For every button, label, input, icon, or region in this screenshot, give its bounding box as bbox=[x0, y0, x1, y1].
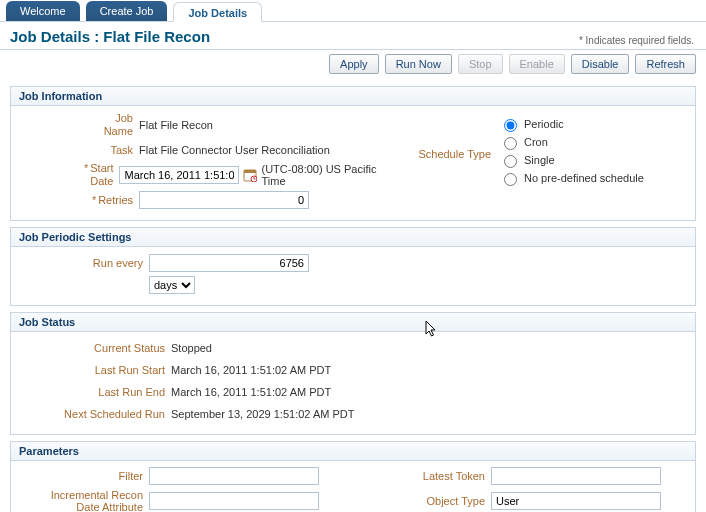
label-latest-token: Latest Token bbox=[361, 470, 491, 482]
tab-create-job[interactable]: Create Job bbox=[86, 1, 168, 21]
label-object-type: Object Type bbox=[361, 495, 491, 507]
disable-button[interactable]: Disable bbox=[571, 54, 630, 74]
tab-welcome[interactable]: Welcome bbox=[6, 1, 80, 21]
latest-token-input[interactable] bbox=[491, 467, 661, 485]
enable-button: Enable bbox=[509, 54, 565, 74]
section-periodic: Job Periodic Settings bbox=[10, 227, 696, 246]
apply-button[interactable]: Apply bbox=[329, 54, 379, 74]
label-next-scheduled-run: Next Scheduled Run bbox=[19, 408, 171, 421]
object-type-input[interactable] bbox=[491, 492, 661, 510]
calendar-icon[interactable] bbox=[243, 167, 257, 183]
label-last-run-end: Last Run End bbox=[19, 386, 171, 399]
value-timezone: (UTC-08:00) US Pacific Time bbox=[261, 163, 379, 187]
radio-cron[interactable] bbox=[504, 137, 517, 150]
toolbar: * Indicates required fields. Apply Run N… bbox=[0, 50, 706, 80]
value-job-name: Flat File Recon bbox=[139, 119, 213, 131]
filter-input[interactable] bbox=[149, 467, 319, 485]
radio-cron-label: Cron bbox=[524, 136, 548, 148]
value-current-status: Stopped bbox=[171, 342, 212, 354]
svg-rect-1 bbox=[244, 170, 256, 173]
required-note: * Indicates required fields. bbox=[579, 35, 694, 46]
section-parameters: Parameters bbox=[10, 441, 696, 460]
retries-input[interactable] bbox=[139, 191, 309, 209]
run-every-unit-select[interactable]: days bbox=[149, 276, 195, 294]
label-start-date: *Start Date bbox=[19, 162, 119, 188]
label-schedule-type: Schedule Type bbox=[389, 148, 499, 160]
run-every-input[interactable] bbox=[149, 254, 309, 272]
incremental-recon-input[interactable] bbox=[149, 492, 319, 510]
run-now-button[interactable]: Run Now bbox=[385, 54, 452, 74]
radio-none[interactable] bbox=[504, 173, 517, 186]
radio-none-label: No pre-defined schedule bbox=[524, 172, 644, 184]
label-job-name: Job Name bbox=[19, 112, 139, 138]
label-run-every: Run every bbox=[19, 257, 149, 270]
section-status: Job Status bbox=[10, 312, 696, 331]
value-task: Flat File Connector User Reconciliation bbox=[139, 144, 330, 156]
stop-button: Stop bbox=[458, 54, 503, 74]
radio-periodic-label: Periodic bbox=[524, 118, 564, 130]
value-last-run-start: March 16, 2011 1:51:02 AM PDT bbox=[171, 364, 331, 376]
value-last-run-end: March 16, 2011 1:51:02 AM PDT bbox=[171, 386, 331, 398]
label-task: Task bbox=[19, 144, 139, 157]
value-next-scheduled-run: September 13, 2029 1:51:02 AM PDT bbox=[171, 408, 354, 420]
label-last-run-start: Last Run Start bbox=[19, 364, 171, 377]
radio-single-label: Single bbox=[524, 154, 555, 166]
section-job-information: Job Information bbox=[10, 86, 696, 105]
label-filter: Filter bbox=[19, 470, 149, 482]
label-current-status: Current Status bbox=[19, 342, 171, 355]
start-date-input[interactable] bbox=[119, 166, 239, 184]
tab-bar: Welcome Create Job Job Details bbox=[0, 0, 706, 22]
schedule-type-group: Periodic Cron Single No pre-defined bbox=[499, 116, 644, 186]
tab-job-details[interactable]: Job Details bbox=[173, 2, 262, 22]
label-incremental-recon: Incremental Recon Date Attribute bbox=[19, 489, 149, 512]
refresh-button[interactable]: Refresh bbox=[635, 54, 696, 74]
label-retries: *Retries bbox=[19, 194, 139, 207]
radio-periodic[interactable] bbox=[504, 119, 517, 132]
radio-single[interactable] bbox=[504, 155, 517, 168]
